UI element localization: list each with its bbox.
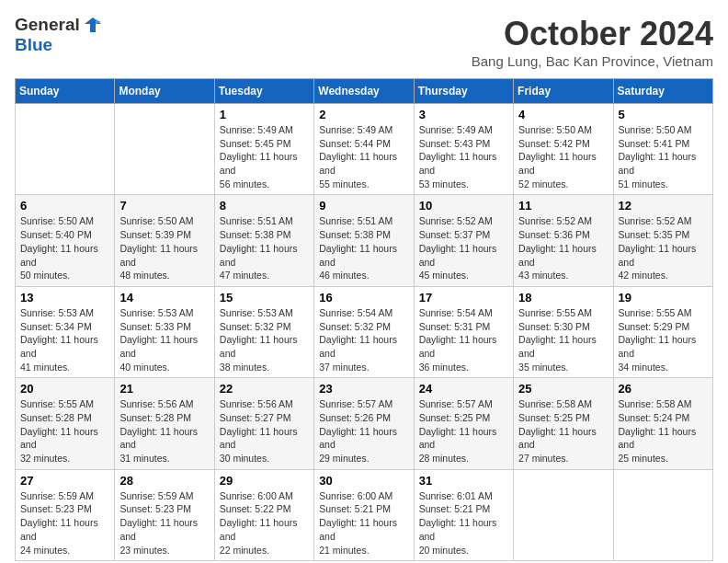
day-number: 19 — [619, 291, 708, 304]
day-info: Sunrise: 5:59 AMSunset: 5:23 PMDaylight:… — [20, 489, 109, 557]
day-info: Sunrise: 5:58 AMSunset: 5:24 PMDaylight:… — [619, 397, 708, 465]
calendar-day-cell: 25Sunrise: 5:58 AMSunset: 5:25 PMDayligh… — [514, 378, 613, 469]
day-info: Sunrise: 5:53 AMSunset: 5:32 PMDaylight:… — [220, 306, 309, 373]
title-area: October 2024 Bang Lung, Bac Kan Province… — [472, 15, 713, 69]
logo-general: General — [15, 15, 80, 35]
calendar-day-cell: 30Sunrise: 6:00 AMSunset: 5:21 PMDayligh… — [314, 469, 414, 560]
day-info: Sunrise: 5:52 AMSunset: 5:35 PMDaylight:… — [619, 214, 708, 282]
day-number: 21 — [119, 382, 209, 396]
day-number: 15 — [220, 291, 309, 304]
calendar-day-cell: 15Sunrise: 5:53 AMSunset: 5:32 PMDayligh… — [214, 286, 313, 377]
day-number: 29 — [220, 474, 309, 488]
day-number: 2 — [319, 108, 408, 121]
day-number: 26 — [619, 382, 708, 396]
day-number: 27 — [20, 474, 109, 488]
day-info: Sunrise: 5:55 AMSunset: 5:28 PMDaylight:… — [20, 397, 109, 465]
day-info: Sunrise: 5:57 AMSunset: 5:25 PMDaylight:… — [419, 397, 508, 465]
calendar-day-cell: 6Sunrise: 5:50 AMSunset: 5:40 PMDaylight… — [16, 195, 115, 286]
calendar-day-cell: 22Sunrise: 5:56 AMSunset: 5:27 PMDayligh… — [214, 378, 313, 469]
month-title: October 2024 — [472, 15, 713, 53]
day-info: Sunrise: 5:49 AMSunset: 5:45 PMDaylight:… — [220, 123, 309, 190]
day-number: 14 — [119, 291, 209, 304]
weekday-header: Monday — [115, 79, 214, 104]
calendar-day-cell: 9Sunrise: 5:51 AMSunset: 5:38 PMDaylight… — [314, 195, 414, 286]
location: Bang Lung, Bac Kan Province, Vietnam — [472, 53, 713, 69]
calendar-day-cell: 16Sunrise: 5:54 AMSunset: 5:32 PMDayligh… — [314, 286, 414, 377]
day-info: Sunrise: 5:50 AMSunset: 5:39 PMDaylight:… — [119, 214, 209, 282]
calendar-day-cell: 19Sunrise: 5:55 AMSunset: 5:29 PMDayligh… — [613, 286, 712, 377]
day-info: Sunrise: 5:51 AMSunset: 5:38 PMDaylight:… — [319, 214, 408, 282]
day-number: 22 — [220, 382, 309, 396]
day-info: Sunrise: 5:50 AMSunset: 5:41 PMDaylight:… — [619, 123, 708, 190]
calendar-day-cell: 13Sunrise: 5:53 AMSunset: 5:34 PMDayligh… — [16, 286, 115, 377]
day-info: Sunrise: 5:56 AMSunset: 5:28 PMDaylight:… — [119, 397, 209, 465]
day-number: 7 — [119, 199, 209, 213]
day-number: 13 — [20, 291, 109, 304]
calendar-day-cell: 23Sunrise: 5:57 AMSunset: 5:26 PMDayligh… — [314, 378, 414, 469]
calendar-day-cell: 27Sunrise: 5:59 AMSunset: 5:23 PMDayligh… — [16, 469, 115, 560]
calendar-day-cell: 8Sunrise: 5:51 AMSunset: 5:38 PMDaylight… — [214, 195, 313, 286]
day-info: Sunrise: 6:01 AMSunset: 5:21 PMDaylight:… — [419, 489, 508, 557]
calendar-table: SundayMondayTuesdayWednesdayThursdayFrid… — [15, 78, 713, 561]
calendar-header-row: SundayMondayTuesdayWednesdayThursdayFrid… — [16, 79, 713, 104]
day-number: 11 — [518, 199, 608, 213]
day-info: Sunrise: 5:50 AMSunset: 5:40 PMDaylight:… — [20, 214, 109, 282]
calendar-week-row: 1Sunrise: 5:49 AMSunset: 5:45 PMDaylight… — [16, 104, 713, 195]
calendar-day-cell: 12Sunrise: 5:52 AMSunset: 5:35 PMDayligh… — [613, 195, 712, 286]
day-number: 20 — [20, 382, 109, 396]
calendar-day-cell: 10Sunrise: 5:52 AMSunset: 5:37 PMDayligh… — [414, 195, 513, 286]
calendar-day-cell — [115, 104, 214, 195]
calendar-day-cell: 14Sunrise: 5:53 AMSunset: 5:33 PMDayligh… — [115, 286, 214, 377]
day-number: 23 — [319, 382, 408, 396]
day-info: Sunrise: 5:54 AMSunset: 5:32 PMDaylight:… — [319, 306, 408, 373]
day-info: Sunrise: 5:50 AMSunset: 5:42 PMDaylight:… — [518, 123, 608, 190]
day-info: Sunrise: 5:52 AMSunset: 5:36 PMDaylight:… — [518, 214, 608, 282]
calendar-week-row: 27Sunrise: 5:59 AMSunset: 5:23 PMDayligh… — [16, 469, 713, 560]
day-info: Sunrise: 5:49 AMSunset: 5:43 PMDaylight:… — [419, 123, 508, 190]
calendar-day-cell: 21Sunrise: 5:56 AMSunset: 5:28 PMDayligh… — [115, 378, 214, 469]
weekday-header: Saturday — [613, 79, 712, 104]
day-number: 10 — [419, 199, 508, 213]
day-info: Sunrise: 5:59 AMSunset: 5:23 PMDaylight:… — [119, 489, 209, 557]
calendar-day-cell: 5Sunrise: 5:50 AMSunset: 5:41 PMDaylight… — [613, 104, 712, 195]
day-number: 12 — [619, 199, 708, 213]
day-number: 1 — [220, 108, 309, 121]
day-number: 8 — [220, 199, 309, 213]
day-info: Sunrise: 6:00 AMSunset: 5:22 PMDaylight:… — [220, 489, 309, 557]
logo-blue: Blue — [15, 35, 52, 54]
day-info: Sunrise: 5:51 AMSunset: 5:38 PMDaylight:… — [220, 214, 309, 282]
calendar-day-cell — [16, 104, 115, 195]
calendar-day-cell: 29Sunrise: 6:00 AMSunset: 5:22 PMDayligh… — [214, 469, 313, 560]
weekday-header: Tuesday — [214, 79, 313, 104]
calendar-day-cell: 17Sunrise: 5:54 AMSunset: 5:31 PMDayligh… — [414, 286, 513, 377]
calendar-day-cell: 26Sunrise: 5:58 AMSunset: 5:24 PMDayligh… — [613, 378, 712, 469]
weekday-header: Wednesday — [314, 79, 414, 104]
svg-marker-0 — [85, 17, 101, 32]
calendar-week-row: 6Sunrise: 5:50 AMSunset: 5:40 PMDaylight… — [16, 195, 713, 286]
calendar-day-cell: 3Sunrise: 5:49 AMSunset: 5:43 PMDaylight… — [414, 104, 513, 195]
day-number: 3 — [419, 108, 508, 121]
weekday-header: Sunday — [16, 79, 115, 104]
calendar-day-cell: 28Sunrise: 5:59 AMSunset: 5:23 PMDayligh… — [115, 469, 214, 560]
calendar-day-cell: 4Sunrise: 5:50 AMSunset: 5:42 PMDaylight… — [514, 104, 613, 195]
calendar-day-cell: 11Sunrise: 5:52 AMSunset: 5:36 PMDayligh… — [514, 195, 613, 286]
day-number: 6 — [20, 199, 109, 213]
day-info: Sunrise: 5:55 AMSunset: 5:29 PMDaylight:… — [619, 306, 708, 373]
day-info: Sunrise: 5:49 AMSunset: 5:44 PMDaylight:… — [319, 123, 408, 190]
day-number: 30 — [319, 474, 408, 488]
day-number: 9 — [319, 199, 408, 213]
page-header: General Blue October 2024 Bang Lung, Bac… — [15, 15, 713, 69]
calendar-day-cell — [514, 469, 613, 560]
calendar-day-cell — [613, 469, 712, 560]
day-info: Sunrise: 6:00 AMSunset: 5:21 PMDaylight:… — [319, 489, 408, 557]
day-number: 4 — [518, 108, 608, 121]
calendar-day-cell: 18Sunrise: 5:55 AMSunset: 5:30 PMDayligh… — [514, 286, 613, 377]
day-number: 18 — [518, 291, 608, 304]
weekday-header: Thursday — [414, 79, 513, 104]
weekday-header: Friday — [514, 79, 613, 104]
day-number: 17 — [419, 291, 508, 304]
day-info: Sunrise: 5:52 AMSunset: 5:37 PMDaylight:… — [419, 214, 508, 282]
logo: General Blue — [15, 15, 103, 55]
calendar-day-cell: 24Sunrise: 5:57 AMSunset: 5:25 PMDayligh… — [414, 378, 513, 469]
calendar-day-cell: 31Sunrise: 6:01 AMSunset: 5:21 PMDayligh… — [414, 469, 513, 560]
